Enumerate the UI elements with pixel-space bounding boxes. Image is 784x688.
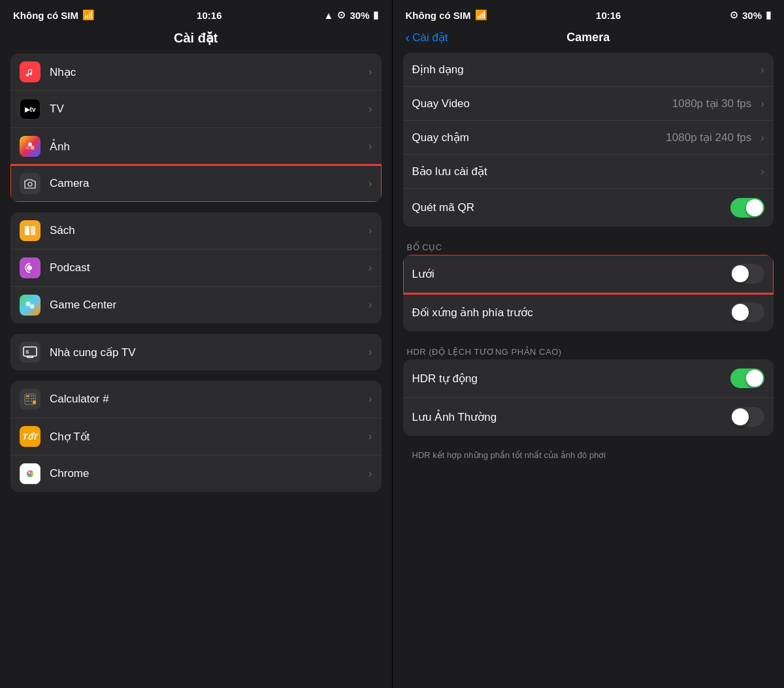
svg-rect-20	[31, 398, 32, 399]
quet-qr-label: Quét mã QR	[412, 201, 731, 214]
svg-text:S: S	[25, 349, 29, 355]
settings-item-tvprovider[interactable]: S Nhà cung cấp TV ›	[10, 334, 382, 370]
podcasts-app-icon	[20, 257, 41, 278]
settings-item-music[interactable]: Nhạc ›	[10, 54, 382, 91]
settings-item-chrome[interactable]: Chrome ›	[10, 455, 382, 492]
back-label: Cài đặt	[412, 31, 448, 44]
music-label: Nhạc	[50, 65, 363, 79]
settings-item-podcasts[interactable]: Podcast ›	[10, 250, 382, 287]
chrome-app-icon	[20, 463, 41, 484]
svg-point-0	[28, 142, 32, 146]
quay-video-chevron: ›	[760, 97, 764, 110]
hdr-section-label: HDR (ĐỘ LỆCH TƯƠNG PHẢN CAO)	[403, 342, 774, 359]
doi-xung-toggle[interactable]	[730, 303, 764, 322]
settings-item-books[interactable]: Sách ›	[10, 212, 382, 250]
battery-right: 30%	[742, 10, 762, 21]
chrome-label: Chrome	[50, 467, 363, 480]
quay-cham-item[interactable]: Quay chậm 1080p tại 240 fps ›	[403, 121, 774, 155]
svg-rect-19	[28, 398, 29, 399]
gamecenter-chevron: ›	[368, 299, 372, 312]
luoi-row: Lưới	[403, 255, 774, 293]
battery-icon-left: ▮	[373, 9, 378, 21]
settings-item-chotot[interactable]: TốT Chợ Tốt ›	[10, 418, 382, 455]
luoi-knob	[732, 265, 749, 282]
quay-video-item[interactable]: Quay Video 1080p tại 30 fps ›	[403, 87, 774, 121]
quay-video-value: 1080p tại 30 fps	[672, 97, 752, 110]
svg-rect-18	[26, 398, 27, 399]
quay-cham-label: Quay chậm	[412, 131, 666, 144]
hdr-note: HDR kết hợp những phần tốt nhất của ảnh …	[403, 446, 774, 464]
tvprovider-chevron: ›	[368, 346, 372, 359]
bo-cuc-group: Lưới Đối xứng ảnh phía trước	[403, 255, 774, 331]
svg-point-28	[28, 472, 33, 476]
back-button[interactable]: ‹ Cài đặt	[406, 30, 448, 45]
bao-luu-label: Bảo lưu cài đặt	[412, 165, 756, 178]
settings-item-tv[interactable]: ▶tv TV ›	[10, 91, 382, 128]
luoi-toggle[interactable]	[730, 264, 764, 284]
back-chevron-icon: ‹	[406, 30, 410, 45]
svg-point-1	[31, 146, 35, 150]
signal-icon-right: ⊙	[730, 9, 738, 21]
luoi-label: Lưới	[412, 267, 731, 281]
doi-xung-row: Đối xứng ảnh phía trước	[403, 293, 774, 331]
tvprovider-label: Nhà cung cấp TV	[50, 346, 363, 359]
music-chevron: ›	[368, 65, 372, 78]
camera-settings-scroll[interactable]: Định dạng › Quay Video 1080p tại 30 fps …	[393, 53, 785, 688]
svg-rect-21	[33, 398, 34, 399]
luu-anh-toggle[interactable]	[730, 407, 764, 427]
camera-app-icon	[20, 173, 41, 194]
settings-title-left: Cài đặt	[0, 26, 392, 54]
signal-icon: ⊙	[337, 9, 346, 21]
svg-rect-4	[25, 226, 29, 235]
camera-group-1: Định dạng › Quay Video 1080p tại 30 fps …	[403, 53, 774, 227]
tv-chevron: ›	[368, 103, 372, 116]
svg-rect-24	[31, 401, 32, 402]
quay-cham-chevron: ›	[760, 131, 764, 144]
svg-rect-5	[31, 226, 35, 235]
quay-video-label: Quay Video	[412, 97, 672, 110]
battery-icon-right: ▮	[766, 9, 771, 21]
wifi-icon-right: 📶	[475, 9, 487, 21]
carrier-left: Không có SIM	[13, 10, 78, 21]
svg-rect-23	[28, 401, 29, 402]
bao-luu-item[interactable]: Bảo lưu cài đặt ›	[403, 155, 774, 189]
settings-item-gamecenter[interactable]: Game Center ›	[10, 287, 382, 323]
wifi-icon: 📶	[82, 9, 95, 21]
doi-xung-label: Đối xứng ảnh phía trước	[412, 306, 731, 319]
status-bar-left: Không có SIM 📶 10:16 ▲ ⊙ 30% ▮	[0, 0, 392, 26]
books-label: Sách	[50, 224, 363, 237]
camera-title: Camera	[566, 31, 610, 44]
tv-app-icon: ▶tv	[20, 99, 41, 120]
left-panel: Không có SIM 📶 10:16 ▲ ⊙ 30% ▮ Cài đặt N…	[0, 0, 392, 688]
settings-scroll-left[interactable]: Nhạc › ▶tv TV › Ảnh	[0, 54, 392, 688]
time-right: 10:16	[596, 10, 621, 21]
dinh-dang-item[interactable]: Định dạng ›	[403, 53, 774, 87]
battery-left: 30%	[350, 10, 369, 21]
chotot-label: Chợ Tốt	[50, 430, 363, 444]
music-app-icon	[20, 61, 41, 82]
bao-luu-chevron: ›	[760, 165, 764, 178]
chotot-icon-text: TốT	[22, 432, 38, 442]
hdr-tu-dong-toggle[interactable]	[730, 369, 764, 388]
chotot-app-icon: TốT	[20, 426, 41, 447]
quet-qr-toggle[interactable]	[730, 198, 764, 218]
photos-app-icon	[20, 136, 41, 157]
camera-chevron: ›	[368, 177, 372, 190]
status-right-left: ▲ ⊙ 30% ▮	[324, 9, 379, 21]
settings-item-camera[interactable]: Camera ›	[10, 165, 382, 202]
books-app-icon	[20, 220, 41, 241]
hdr-tu-dong-label: HDR tự động	[412, 372, 731, 385]
location-icon: ▲	[324, 10, 334, 21]
status-left: Không có SIM 📶	[13, 9, 95, 21]
settings-item-photos[interactable]: Ảnh ›	[10, 128, 382, 165]
gamecenter-label: Game Center	[50, 299, 363, 312]
svg-point-3	[28, 182, 32, 186]
photos-label: Ảnh	[50, 140, 363, 154]
settings-group-4: Calculator # › TốT Chợ Tốt ›	[10, 381, 382, 492]
svg-point-2	[25, 146, 29, 150]
settings-item-calculator[interactable]: Calculator # ›	[10, 381, 382, 418]
luu-anh-row: Lưu Ảnh Thường	[403, 398, 774, 436]
chrome-chevron: ›	[368, 467, 372, 480]
quet-qr-knob	[746, 199, 763, 216]
tvprovider-app-icon: S	[20, 342, 41, 363]
